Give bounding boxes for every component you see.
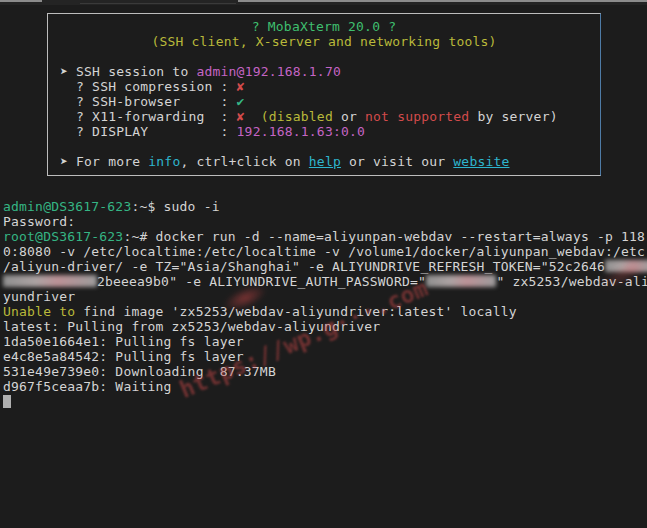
text-segment: 0:8080 -v /etc/localtime:/etc/localtime … (3, 244, 645, 259)
command-sudo: :~$ sudo -i (131, 199, 219, 214)
banner-subtitle: (SSH client, X-server and networking too… (48, 34, 600, 49)
banner-line (48, 49, 600, 64)
root-prompt-line: root@DS3617-623:~# docker run -d --name=… (3, 229, 647, 244)
chrome-hairline (0, 0, 42, 2)
text-segment: by server) (469, 109, 557, 124)
censored-refresh-token (605, 260, 647, 272)
text-segment: or visit our (341, 154, 453, 169)
terminal-screen[interactable]: ? MobaXterm 20.0 ?(SSH client, X-server … (0, 5, 647, 528)
ssh-browser-line: ? SSH-browser : ✔ (48, 94, 600, 109)
banner-line (48, 139, 600, 154)
output-line: 1da50e1664e1: Pulling fs layer (3, 334, 647, 349)
command-wrap-line: 0:8080 -v /etc/localtime:/etc/localtime … (3, 244, 647, 259)
cursor-line (3, 394, 647, 409)
text-segment: 531e49e739e0: Downloading 87.37MB (3, 364, 276, 379)
text-segment: d967f5ceaa7b: Waiting (3, 379, 172, 394)
text-segment (245, 109, 261, 124)
text-segment: ➤ SSH session to (60, 64, 196, 79)
display-value: 192.168.1.63:0.0 (237, 124, 365, 139)
shell-output: admin@DS3617-623:~$ sudo -iPassword:root… (0, 199, 647, 409)
prompt-user-host: root@DS3617-623 (3, 229, 123, 244)
chrome-hairline (80, 3, 236, 4)
censored-auth-password (426, 275, 496, 287)
text-segment: /aliyun-driver/ -e TZ="Asia/Shanghai" -e… (3, 259, 605, 274)
text-segment: (SSH client, X-server and networking too… (151, 34, 496, 49)
text-segment: yundriver (3, 289, 75, 304)
prompt-line: admin@DS3617-623:~$ sudo -i (3, 199, 647, 214)
text-segment: ➤ For more (60, 154, 148, 169)
text-segment: ? X11-forwarding : (60, 109, 237, 124)
info-text: info (148, 154, 180, 169)
output-line: 531e49e739e0: Downloading 87.37MB (3, 364, 647, 379)
more-info-line: ➤ For more info, ctrl+click on help or v… (48, 154, 600, 169)
prompt-user-host: admin@DS3617-623 (3, 199, 131, 214)
cross-icon: ✘ (237, 79, 245, 94)
command-wrap-line: 2beeea9b0" -e ALIYUNDRIVE_AUTH_PASSWORD=… (3, 274, 647, 289)
command-wrap-line: yundriver (3, 289, 647, 304)
text-segment: Password: (3, 214, 75, 229)
cross-icon: ✘ (237, 109, 245, 124)
text-segment: 1da50e1664e1: Pulling fs layer (3, 334, 244, 349)
text-segment: , ctrl+click on (180, 154, 308, 169)
x11-forwarding-line: ? X11-forwarding : ✘ (disabled or not su… (48, 109, 600, 124)
text-segment: or (333, 109, 365, 124)
output-line: latest: Pulling from zx5253/webdav-aliyu… (3, 319, 647, 334)
output-line: d967f5ceaa7b: Waiting (3, 379, 647, 394)
ssh-session-line: ➤ SSH session to admin@192.168.1.70 (48, 64, 600, 79)
command-wrap-line: /aliyun-driver/ -e TZ="Asia/Shanghai" -e… (3, 259, 647, 274)
text-segment: (disabled (261, 109, 333, 124)
output-line: e4c8e5a84542: Pulling fs layer (3, 349, 647, 364)
ssh-session-target: admin@192.168.1.70 (196, 64, 340, 79)
website-link[interactable]: website (453, 154, 509, 169)
mobaxterm-banner: ? MobaXterm 20.0 ?(SSH client, X-server … (47, 13, 601, 176)
text-segment: " zx5253/webdav-ali (496, 274, 647, 289)
password-prompt-line: Password: (3, 214, 647, 229)
text-segment: latest: Pulling from zx5253/webdav-aliyu… (3, 319, 380, 334)
command-docker-run: :~# docker run -d --name=aliyunpan-webda… (123, 229, 645, 244)
text-segment: ? DISPLAY : (60, 124, 237, 139)
ssh-compression-line: ? SSH compression : ✘ (48, 79, 600, 94)
help-link[interactable]: help (309, 154, 341, 169)
text-segment: e4c8e5a84542: Pulling fs layer (3, 349, 244, 364)
display-line: ? DISPLAY : 192.168.1.63:0.0 (48, 124, 600, 139)
text-segment: Unable to (3, 304, 75, 319)
check-icon: ✔ (237, 94, 245, 109)
text-segment: ? SSH compression : (60, 79, 237, 94)
banner-title: ? MobaXterm 20.0 ? (48, 19, 600, 34)
text-segment: ? MobaXterm 20.0 ? (252, 19, 396, 34)
text-segment: 2beeea9b0" -e ALIYUNDRIVE_AUTH_PASSWORD=… (97, 274, 426, 289)
text-segment: not supported (365, 109, 469, 124)
text-segment: ? SSH-browser : (60, 94, 237, 109)
terminal-cursor (3, 395, 11, 408)
censored-refresh-token (3, 275, 97, 287)
chrome-hairline (238, 0, 647, 2)
text-segment: find image 'zx5253/webdav-aliyundriver:l… (75, 304, 516, 319)
output-line: Unable to find image 'zx5253/webdav-aliy… (3, 304, 647, 319)
